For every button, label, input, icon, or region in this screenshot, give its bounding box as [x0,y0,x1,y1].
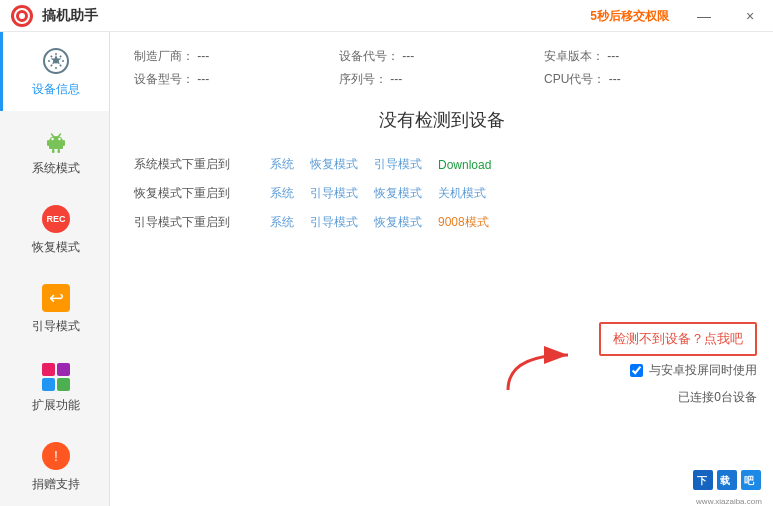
content-area: 制造厂商： --- 设备代号： --- 安卓版本： --- 设备型号： --- … [110,32,773,506]
svg-point-4 [54,59,59,64]
sidebar-item-recovery-mode[interactable]: REC 恢复模式 [0,190,109,269]
sidebar-item-boot-mode[interactable]: ↩ 引导模式 [0,269,109,348]
donate-icon: ! [40,440,72,472]
device-code-info: 设备代号： --- [339,48,544,65]
reboot-to-recovery-3[interactable]: 恢复模式 [374,214,422,231]
reboot-to-shutdown-2[interactable]: 关机模式 [438,185,486,202]
reboot-to-9008-3[interactable]: 9008模式 [438,214,489,231]
reboot-to-system-3[interactable]: 系统 [270,214,294,231]
main-layout: 设备信息 系统模式 REC [0,32,773,506]
checkbox-row: 与安卓投屏同时使用 [630,362,757,379]
screen-mirror-checkbox[interactable] [630,364,643,377]
device-model-label: 设备型号： [134,72,194,86]
close-button[interactable]: × [727,0,773,32]
android-version-label: 安卓版本： [544,49,604,63]
gear-icon [40,45,72,77]
watermark-bottom: www.xiazaiba.com [696,497,762,506]
watermark: 下 载 吧 www.xiazaiba.com [689,470,769,502]
manufacturer-label: 制造厂商： [134,49,194,63]
device-model-value: --- [197,72,209,86]
serial-info: 序列号： --- [339,71,544,88]
watermark-top: 下 载 吧 [693,466,765,497]
reboot-to-boot-1[interactable]: 引导模式 [374,156,422,173]
serial-value: --- [390,72,402,86]
connected-text: 已连接0台设备 [678,389,757,406]
svg-text:载: 载 [720,475,730,486]
arrow-indicator [498,345,578,398]
device-info-grid: 制造厂商： --- 设备代号： --- 安卓版本： --- 设备型号： --- … [134,48,749,88]
cpu-code-value: --- [609,72,621,86]
device-code-value: --- [402,49,414,63]
svg-rect-6 [63,140,66,146]
sidebar-item-device-info[interactable]: 设备信息 [0,32,109,111]
app-logo [10,4,34,28]
boot-row-boot-label: 引导模式下重启到 [134,214,254,231]
manufacturer-info: 制造厂商： --- [134,48,339,65]
sidebar-label-donate: 捐赠支持 [32,476,80,493]
reboot-to-download-1[interactable]: Download [438,158,491,172]
device-code-label: 设备代号： [339,49,399,63]
cpu-code-info: CPU代号： --- [544,71,749,88]
sidebar-item-donate[interactable]: ! 捐赠支持 [0,427,109,506]
reboot-to-boot-2[interactable]: 引导模式 [310,185,358,202]
boot-row-boot: 引导模式下重启到 系统 引导模式 恢复模式 9008模式 [134,214,749,231]
detect-btn-container: 检测不到设备？点我吧 与安卓投屏同时使用 已连接0台设备 [599,322,757,406]
sidebar-label-extend-func: 扩展功能 [32,397,80,414]
reboot-to-system-2[interactable]: 系统 [270,185,294,202]
svg-text:吧: 吧 [744,475,755,486]
manufacturer-value: --- [197,49,209,63]
reboot-to-system-1[interactable]: 系统 [270,156,294,173]
boot-row-recovery: 恢复模式下重启到 系统 引导模式 恢复模式 关机模式 [134,185,749,202]
android-icon [40,124,72,156]
sidebar-label-device-info: 设备信息 [32,81,80,98]
no-device-text: 没有检测到设备 [134,108,749,132]
sidebar-label-recovery-mode: 恢复模式 [32,239,80,256]
cpu-code-label: CPU代号： [544,72,605,86]
reboot-to-recovery-1[interactable]: 恢复模式 [310,156,358,173]
sidebar-label-boot-mode: 引导模式 [32,318,80,335]
svg-point-9 [51,138,53,140]
boot-row-system-label: 系统模式下重启到 [134,156,254,173]
boot-row-system: 系统模式下重启到 系统 恢复模式 引导模式 Download [134,156,749,173]
rec-icon: REC [40,203,72,235]
minimize-button[interactable]: — [681,0,727,32]
android-version-info: 安卓版本： --- [544,48,749,65]
device-model-info: 设备型号： --- [134,71,339,88]
transfer-permission-btn[interactable]: 5秒后移交权限 [578,8,681,25]
svg-text:下: 下 [697,475,708,486]
boot-row-recovery-label: 恢复模式下重启到 [134,185,254,202]
reboot-to-boot-3[interactable]: 引导模式 [310,214,358,231]
sidebar-item-extend-func[interactable]: 扩展功能 [0,348,109,427]
reboot-to-recovery-2[interactable]: 恢复模式 [374,185,422,202]
serial-label: 序列号： [339,72,387,86]
detect-device-button[interactable]: 检测不到设备？点我吧 [599,322,757,356]
title-bar: 搞机助手 5秒后移交权限 — × [0,0,773,32]
svg-point-2 [19,13,25,19]
sidebar-label-system-mode: 系统模式 [32,160,80,177]
sidebar: 设备信息 系统模式 REC [0,32,110,506]
app-title: 搞机助手 [42,7,98,25]
svg-rect-8 [58,149,61,153]
android-version-value: --- [607,49,619,63]
sidebar-item-system-mode[interactable]: 系统模式 [0,111,109,190]
window-controls: 5秒后移交权限 — × [578,0,773,32]
svg-rect-7 [52,149,55,153]
boot-icon: ↩ [40,282,72,314]
svg-rect-5 [47,140,50,146]
checkbox-label: 与安卓投屏同时使用 [649,362,757,379]
grid-icon [40,361,72,393]
svg-point-10 [58,138,60,140]
boot-mode-table: 系统模式下重启到 系统 恢复模式 引导模式 Download 恢复模式下重启到 … [134,156,749,231]
